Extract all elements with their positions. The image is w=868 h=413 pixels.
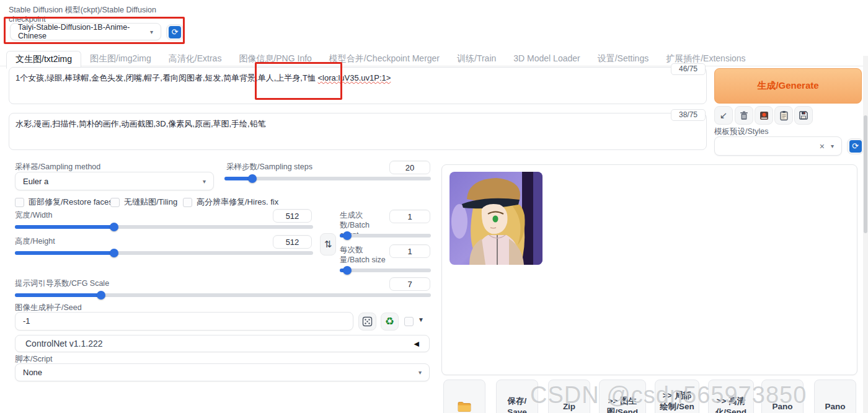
read-params-button[interactable]: ↙ bbox=[714, 106, 733, 125]
save-style-button[interactable] bbox=[794, 106, 813, 125]
hires-fix-checkbox[interactable] bbox=[183, 198, 192, 207]
sampling-method-value: Euler a bbox=[23, 177, 203, 186]
generated-image[interactable] bbox=[450, 172, 542, 265]
slider-thumb[interactable] bbox=[343, 231, 352, 240]
checkpoint-refresh-button[interactable]: ⟳ bbox=[166, 24, 184, 40]
sampling-steps-label: 采样步数/Sampling steps bbox=[226, 162, 312, 172]
anime-girl-image bbox=[450, 172, 542, 265]
clipboard-icon bbox=[779, 110, 789, 121]
send-to-extras-button[interactable]: >> 高清化/Send bbox=[708, 380, 754, 413]
save-image-button[interactable]: 保存/Save bbox=[496, 380, 538, 413]
batch-size-slider[interactable] bbox=[340, 269, 431, 277]
output-gallery-panel bbox=[441, 164, 857, 375]
tab-txt2img[interactable]: 文生图/txt2img bbox=[6, 51, 81, 69]
prompt-textarea[interactable]: 1个女孩,绿眼,棒球帽,金色头发,闭嘴,帽子,看向阅图者,短发,简单背景,单人,… bbox=[9, 67, 707, 104]
checkpoint-value: Taiyi-Stable-Diffusion-1B-Anime-Chinese bbox=[18, 23, 150, 40]
pano-button-2[interactable]: Pano bbox=[814, 380, 856, 413]
controlnet-title: ControlNet v1.1.222 bbox=[25, 339, 414, 349]
height-input[interactable]: 512 bbox=[273, 235, 312, 249]
tab-checkpoint-merger[interactable]: 模型合并/Checkpoint Merger bbox=[321, 51, 448, 68]
seed-input[interactable]: -1 bbox=[15, 312, 353, 331]
batch-count-slider[interactable] bbox=[340, 234, 431, 242]
prompt-text: 1个女孩,绿眼,棒球帽,金色头发,闭嘴,帽子,看向阅图者,短发,简单背景,单人,… bbox=[16, 73, 318, 82]
cfg-scale-input[interactable]: 7 bbox=[389, 277, 430, 291]
sampling-steps-slider[interactable] bbox=[224, 177, 431, 185]
send-to-img2img-label: >> 图生图/Send bbox=[603, 396, 642, 413]
main-tabbar: 文生图/txt2img 图生图/img2img 高清化/Extras 图像信息/… bbox=[0, 51, 868, 66]
restore-faces-checkbox[interactable] bbox=[15, 198, 24, 207]
sampling-method-label: 采样器/Sampling method bbox=[15, 162, 100, 172]
send-to-img2img-button[interactable]: >> 图生图/Send bbox=[599, 380, 646, 413]
sampling-method-dropdown[interactable]: Euler a ▾ bbox=[15, 172, 214, 190]
swap-icon: ⇅ bbox=[324, 239, 332, 250]
restore-faces-label: 面部修复/Restore faces bbox=[29, 197, 113, 208]
tiling-option[interactable]: 无缝贴图/Tiling bbox=[110, 197, 177, 208]
stable-diffusion-webui: Stable Diffusion 模型(ckpt)/Stable Diffusi… bbox=[0, 0, 868, 413]
negative-prompt-text: 水彩,漫画,扫描件,简朴的画作,动画截图,3D,像素风,原画,草图,手绘,铅笔 bbox=[16, 119, 266, 128]
hires-fix-option[interactable]: 高分辨率修复/Hires. fix bbox=[183, 197, 278, 208]
cfg-scale-slider[interactable] bbox=[15, 293, 431, 302]
send-to-inpaint-button[interactable]: >> 局部绘制/Send bbox=[655, 380, 699, 413]
pano-button-1[interactable]: Pano bbox=[761, 380, 804, 413]
styles-label: 模板预设/Styles bbox=[714, 127, 769, 137]
checkpoint-label-line1: Stable Diffusion 模型(ckpt)/Stable Diffusi… bbox=[9, 5, 156, 16]
batch-size-label: 每次数量/Batch size bbox=[340, 245, 388, 265]
generate-button[interactable]: 生成/Generate bbox=[714, 68, 862, 104]
sampling-steps-input[interactable]: 20 bbox=[389, 161, 430, 174]
page-scrollbar[interactable] bbox=[863, 56, 868, 413]
pano-label: Pano bbox=[825, 401, 845, 412]
chevron-down-icon: ▾ bbox=[831, 143, 834, 149]
chevron-down-icon: ▾ bbox=[150, 29, 153, 35]
slider-thumb[interactable] bbox=[110, 223, 118, 231]
send-to-inpaint-label: >> 局部绘制/Send bbox=[659, 390, 695, 413]
scrollbar-thumb[interactable] bbox=[864, 115, 867, 233]
chevron-down-icon: ▾ bbox=[418, 369, 422, 376]
width-slider[interactable] bbox=[15, 225, 313, 234]
tab-png-info[interactable]: 图像信息/PNG Info bbox=[230, 51, 320, 68]
generate-label: 生成/Generate bbox=[757, 80, 818, 92]
pano-label: Pano bbox=[772, 401, 792, 412]
seed-extra-checkbox[interactable] bbox=[404, 317, 414, 326]
batch-count-input[interactable]: 1 bbox=[389, 210, 430, 223]
tab-extras[interactable]: 高清化/Extras bbox=[160, 51, 231, 68]
negative-token-counter: 38/75 bbox=[671, 109, 706, 121]
tab-3d-model-loader[interactable]: 3D Model Loader bbox=[505, 51, 588, 66]
zip-button[interactable]: Zip bbox=[548, 380, 590, 413]
styles-dropdown[interactable]: × ▾ bbox=[714, 136, 842, 156]
apply-style-button[interactable] bbox=[774, 106, 793, 125]
seed-extra-dropdown-icon[interactable]: ▼ bbox=[418, 316, 424, 323]
width-input[interactable]: 512 bbox=[273, 209, 312, 223]
cfg-scale-label: 提示词引导系数/CFG Scale bbox=[15, 278, 109, 289]
tab-train[interactable]: 训练/Train bbox=[448, 51, 505, 68]
random-seed-button[interactable] bbox=[358, 313, 376, 331]
slider-thumb[interactable] bbox=[248, 174, 257, 183]
floppy-disk-icon bbox=[799, 110, 808, 120]
extra-networks-button[interactable] bbox=[755, 106, 773, 125]
tiling-checkbox[interactable] bbox=[110, 198, 120, 207]
slider-thumb[interactable] bbox=[110, 249, 118, 257]
tiling-label: 无缝贴图/Tiling bbox=[124, 197, 177, 208]
batch-size-input[interactable]: 1 bbox=[389, 244, 430, 258]
controlnet-accordion[interactable]: ControlNet v1.1.222 ◀ bbox=[15, 335, 430, 352]
refresh-icon: ⟳ bbox=[849, 140, 862, 153]
open-folder-button[interactable] bbox=[443, 380, 485, 413]
dice-icon bbox=[362, 316, 373, 327]
zip-label: Zip bbox=[563, 401, 575, 412]
script-dropdown[interactable]: None ▾ bbox=[15, 363, 430, 381]
reuse-seed-button[interactable]: ♻ bbox=[381, 313, 399, 331]
clear-prompt-button[interactable] bbox=[735, 106, 753, 125]
folder-icon bbox=[458, 401, 471, 412]
checkpoint-dropdown[interactable]: Taiyi-Stable-Diffusion-1B-Anime-Chinese … bbox=[10, 23, 161, 40]
tab-img2img[interactable]: 图生图/img2img bbox=[81, 51, 160, 68]
arrow-down-left-icon: ↙ bbox=[720, 110, 728, 121]
clear-icon[interactable]: × bbox=[820, 141, 825, 151]
styles-refresh-button[interactable]: ⟳ bbox=[847, 138, 864, 154]
slider-thumb[interactable] bbox=[343, 266, 352, 275]
slider-thumb[interactable] bbox=[97, 291, 105, 300]
height-slider[interactable] bbox=[15, 251, 313, 260]
negative-prompt-textarea[interactable]: 水彩,漫画,扫描件,简朴的画作,动画截图,3D,像素风,原画,草图,手绘,铅笔 bbox=[9, 113, 707, 150]
swap-dimensions-button[interactable]: ⇅ bbox=[320, 233, 336, 255]
restore-faces-option[interactable]: 面部修复/Restore faces bbox=[15, 197, 113, 208]
tab-settings[interactable]: 设置/Settings bbox=[589, 51, 657, 68]
art-card-icon bbox=[759, 110, 769, 121]
